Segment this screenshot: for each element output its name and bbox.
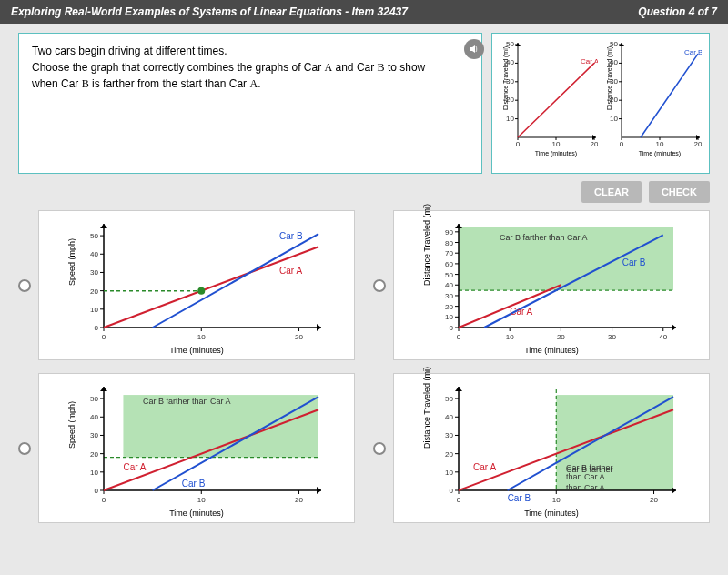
svg-text:0: 0 bbox=[620, 140, 624, 148]
radio-option-2[interactable] bbox=[373, 279, 386, 292]
svg-marker-118 bbox=[317, 487, 321, 494]
svg-marker-47 bbox=[317, 324, 321, 331]
svg-line-43 bbox=[641, 54, 698, 137]
svg-marker-79 bbox=[455, 224, 462, 228]
svg-text:20: 20 bbox=[90, 450, 98, 459]
svg-marker-149 bbox=[455, 387, 462, 391]
svg-text:Car A: Car A bbox=[510, 307, 532, 317]
svg-text:80: 80 bbox=[445, 239, 453, 247]
svg-text:20: 20 bbox=[557, 333, 565, 341]
chart-option-4: 0102001020304050Car B fartherthan Car AC… bbox=[393, 373, 710, 523]
svg-marker-49 bbox=[100, 224, 107, 228]
top-row: Two cars begin driving at different time… bbox=[18, 33, 710, 174]
question-progress: Question 4 of 7 bbox=[638, 5, 717, 18]
ref-chart-car-a: 010201020304050Car ATime (minutes)Distan… bbox=[498, 39, 598, 166]
radio-option-1[interactable] bbox=[18, 279, 31, 292]
svg-text:Car A: Car A bbox=[581, 57, 598, 66]
check-button[interactable]: CHECK bbox=[649, 181, 710, 203]
audio-icon[interactable] bbox=[464, 39, 484, 59]
svg-text:Car B farther than Car A: Car B farther than Car A bbox=[500, 233, 588, 242]
svg-text:Car B: Car B bbox=[622, 257, 646, 267]
svg-text:20: 20 bbox=[445, 450, 453, 459]
clear-button[interactable]: CLEAR bbox=[581, 181, 642, 203]
content-area: Two cars begin driving at different time… bbox=[0, 24, 728, 532]
chart-option-2: 0102030400102030405060708090Car B farthe… bbox=[393, 210, 710, 360]
svg-text:30: 30 bbox=[90, 431, 98, 439]
svg-text:Time (minutes): Time (minutes) bbox=[535, 150, 577, 157]
svg-text:Time (minutes): Time (minutes) bbox=[639, 150, 681, 157]
options-grid: 0102001020304050Car BCar ASpeed (mph)Tim… bbox=[18, 210, 710, 523]
svg-text:70: 70 bbox=[445, 249, 453, 257]
buttons-row: CLEAR CHECK bbox=[18, 181, 710, 203]
svg-text:10: 10 bbox=[90, 469, 98, 477]
chart-option-1: 0102001020304050Car BCar ASpeed (mph)Tim… bbox=[38, 210, 355, 360]
svg-text:Car B: Car B bbox=[684, 48, 702, 56]
svg-text:Car A: Car A bbox=[123, 462, 146, 472]
svg-text:20: 20 bbox=[295, 496, 303, 504]
svg-text:20: 20 bbox=[445, 303, 453, 311]
svg-text:0: 0 bbox=[102, 496, 106, 504]
svg-text:Car B farther: Car B farther bbox=[566, 463, 613, 472]
svg-text:20: 20 bbox=[591, 140, 598, 148]
svg-text:40: 40 bbox=[90, 250, 98, 258]
radio-option-4[interactable] bbox=[373, 442, 386, 455]
svg-text:20: 20 bbox=[90, 288, 98, 296]
svg-text:30: 30 bbox=[445, 292, 453, 300]
svg-text:10: 10 bbox=[445, 313, 453, 321]
svg-marker-147 bbox=[672, 487, 676, 494]
svg-text:0: 0 bbox=[102, 333, 106, 341]
question-text: Two cars begin driving at different time… bbox=[32, 43, 469, 92]
svg-point-71 bbox=[197, 288, 205, 295]
svg-text:0: 0 bbox=[516, 140, 521, 148]
chart-option-3: 0102001020304050Car B farther than Car A… bbox=[38, 373, 355, 523]
svg-text:40: 40 bbox=[659, 333, 667, 341]
option-2: 0102030400102030405060708090Car B farthe… bbox=[373, 210, 710, 360]
svg-text:20: 20 bbox=[295, 333, 303, 341]
svg-marker-77 bbox=[672, 324, 676, 331]
svg-text:10: 10 bbox=[552, 496, 561, 504]
svg-text:0: 0 bbox=[457, 333, 461, 341]
svg-text:than Car A: than Car A bbox=[566, 472, 605, 481]
svg-text:10: 10 bbox=[197, 496, 206, 504]
svg-text:10: 10 bbox=[656, 140, 664, 148]
svg-text:0: 0 bbox=[450, 487, 454, 495]
svg-text:40: 40 bbox=[445, 281, 453, 289]
ref-chart-car-b: 010201020304050Car BTime (minutes)Distan… bbox=[602, 39, 702, 166]
svg-text:10: 10 bbox=[90, 306, 98, 314]
svg-text:50: 50 bbox=[90, 395, 98, 403]
svg-line-20 bbox=[518, 63, 594, 137]
question-box: Two cars begin driving at different time… bbox=[18, 33, 482, 174]
svg-text:Car B: Car B bbox=[279, 231, 303, 241]
svg-text:50: 50 bbox=[445, 395, 453, 403]
svg-text:10: 10 bbox=[506, 333, 514, 341]
svg-text:90: 90 bbox=[445, 228, 453, 237]
svg-text:50: 50 bbox=[90, 232, 98, 240]
svg-text:40: 40 bbox=[90, 413, 98, 421]
svg-text:Car B: Car B bbox=[182, 479, 206, 489]
svg-text:than Car A: than Car A bbox=[566, 483, 605, 492]
svg-text:30: 30 bbox=[445, 431, 453, 439]
svg-text:10: 10 bbox=[445, 469, 453, 477]
lesson-title: Exploring Real-World Examples of Systems… bbox=[11, 5, 408, 18]
radio-option-3[interactable] bbox=[18, 442, 31, 455]
svg-text:20: 20 bbox=[694, 140, 702, 148]
svg-text:0: 0 bbox=[95, 487, 99, 495]
svg-text:40: 40 bbox=[445, 413, 453, 421]
svg-text:Car A: Car A bbox=[473, 462, 496, 472]
svg-text:60: 60 bbox=[445, 260, 453, 268]
svg-text:10: 10 bbox=[552, 140, 561, 148]
svg-text:30: 30 bbox=[90, 268, 98, 277]
svg-text:Car B farther than Car A: Car B farther than Car A bbox=[143, 397, 231, 406]
option-1: 0102001020304050Car BCar ASpeed (mph)Tim… bbox=[18, 210, 355, 360]
svg-line-69 bbox=[153, 234, 318, 328]
svg-text:Car A: Car A bbox=[279, 266, 302, 276]
svg-text:0: 0 bbox=[457, 496, 461, 504]
reference-charts: 010201020304050Car ATime (minutes)Distan… bbox=[491, 33, 710, 174]
header: Exploring Real-World Examples of Systems… bbox=[0, 0, 728, 24]
svg-text:0: 0 bbox=[95, 324, 99, 332]
svg-text:Car B: Car B bbox=[508, 493, 531, 503]
svg-text:20: 20 bbox=[650, 496, 658, 504]
option-4: 0102001020304050Car B fartherthan Car AC… bbox=[373, 373, 710, 523]
svg-text:50: 50 bbox=[445, 271, 453, 279]
svg-line-68 bbox=[104, 247, 318, 328]
